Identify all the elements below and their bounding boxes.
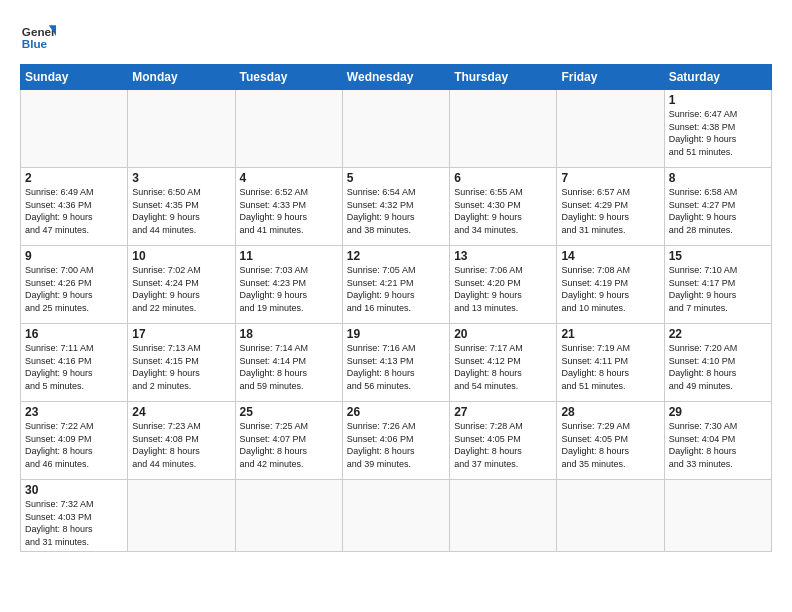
- calendar-week-row: 2Sunrise: 6:49 AM Sunset: 4:36 PM Daylig…: [21, 168, 772, 246]
- calendar-day-cell: [342, 90, 449, 168]
- day-info: Sunrise: 7:11 AM Sunset: 4:16 PM Dayligh…: [25, 342, 123, 392]
- day-info: Sunrise: 6:55 AM Sunset: 4:30 PM Dayligh…: [454, 186, 552, 236]
- day-number: 27: [454, 405, 552, 419]
- calendar-week-row: 30Sunrise: 7:32 AM Sunset: 4:03 PM Dayli…: [21, 480, 772, 552]
- calendar-week-row: 1Sunrise: 6:47 AM Sunset: 4:38 PM Daylig…: [21, 90, 772, 168]
- day-number: 24: [132, 405, 230, 419]
- day-info: Sunrise: 7:32 AM Sunset: 4:03 PM Dayligh…: [25, 498, 123, 548]
- calendar-day-cell: 22Sunrise: 7:20 AM Sunset: 4:10 PM Dayli…: [664, 324, 771, 402]
- day-info: Sunrise: 7:13 AM Sunset: 4:15 PM Dayligh…: [132, 342, 230, 392]
- calendar-day-cell: [128, 90, 235, 168]
- day-number: 28: [561, 405, 659, 419]
- day-number: 5: [347, 171, 445, 185]
- day-number: 14: [561, 249, 659, 263]
- day-info: Sunrise: 7:23 AM Sunset: 4:08 PM Dayligh…: [132, 420, 230, 470]
- day-number: 12: [347, 249, 445, 263]
- calendar-day-cell: 4Sunrise: 6:52 AM Sunset: 4:33 PM Daylig…: [235, 168, 342, 246]
- day-info: Sunrise: 6:50 AM Sunset: 4:35 PM Dayligh…: [132, 186, 230, 236]
- day-info: Sunrise: 7:08 AM Sunset: 4:19 PM Dayligh…: [561, 264, 659, 314]
- day-info: Sunrise: 7:28 AM Sunset: 4:05 PM Dayligh…: [454, 420, 552, 470]
- calendar-day-cell: 28Sunrise: 7:29 AM Sunset: 4:05 PM Dayli…: [557, 402, 664, 480]
- calendar-day-cell: 11Sunrise: 7:03 AM Sunset: 4:23 PM Dayli…: [235, 246, 342, 324]
- calendar-day-cell: 12Sunrise: 7:05 AM Sunset: 4:21 PM Dayli…: [342, 246, 449, 324]
- day-number: 8: [669, 171, 767, 185]
- logo: General Blue: [20, 18, 56, 54]
- calendar-day-cell: 7Sunrise: 6:57 AM Sunset: 4:29 PM Daylig…: [557, 168, 664, 246]
- calendar-day-cell: 15Sunrise: 7:10 AM Sunset: 4:17 PM Dayli…: [664, 246, 771, 324]
- calendar-header-row: SundayMondayTuesdayWednesdayThursdayFrid…: [21, 65, 772, 90]
- calendar-day-cell: 3Sunrise: 6:50 AM Sunset: 4:35 PM Daylig…: [128, 168, 235, 246]
- calendar-day-cell: [450, 90, 557, 168]
- calendar-day-cell: 29Sunrise: 7:30 AM Sunset: 4:04 PM Dayli…: [664, 402, 771, 480]
- calendar-day-cell: [342, 480, 449, 552]
- day-info: Sunrise: 7:25 AM Sunset: 4:07 PM Dayligh…: [240, 420, 338, 470]
- calendar-day-cell: 26Sunrise: 7:26 AM Sunset: 4:06 PM Dayli…: [342, 402, 449, 480]
- calendar-header-friday: Friday: [557, 65, 664, 90]
- generalblue-logo-icon: General Blue: [20, 18, 56, 54]
- calendar-day-cell: 27Sunrise: 7:28 AM Sunset: 4:05 PM Dayli…: [450, 402, 557, 480]
- day-info: Sunrise: 6:47 AM Sunset: 4:38 PM Dayligh…: [669, 108, 767, 158]
- day-number: 3: [132, 171, 230, 185]
- day-info: Sunrise: 7:02 AM Sunset: 4:24 PM Dayligh…: [132, 264, 230, 314]
- day-info: Sunrise: 7:22 AM Sunset: 4:09 PM Dayligh…: [25, 420, 123, 470]
- calendar-day-cell: 5Sunrise: 6:54 AM Sunset: 4:32 PM Daylig…: [342, 168, 449, 246]
- calendar-day-cell: 30Sunrise: 7:32 AM Sunset: 4:03 PM Dayli…: [21, 480, 128, 552]
- calendar-day-cell: 24Sunrise: 7:23 AM Sunset: 4:08 PM Dayli…: [128, 402, 235, 480]
- calendar-header-monday: Monday: [128, 65, 235, 90]
- day-info: Sunrise: 7:29 AM Sunset: 4:05 PM Dayligh…: [561, 420, 659, 470]
- calendar-day-cell: 10Sunrise: 7:02 AM Sunset: 4:24 PM Dayli…: [128, 246, 235, 324]
- calendar-week-row: 16Sunrise: 7:11 AM Sunset: 4:16 PM Dayli…: [21, 324, 772, 402]
- day-info: Sunrise: 7:16 AM Sunset: 4:13 PM Dayligh…: [347, 342, 445, 392]
- day-number: 15: [669, 249, 767, 263]
- calendar-day-cell: 23Sunrise: 7:22 AM Sunset: 4:09 PM Dayli…: [21, 402, 128, 480]
- calendar-day-cell: [235, 90, 342, 168]
- day-number: 26: [347, 405, 445, 419]
- page: General Blue SundayMondayTuesdayWednesda…: [0, 0, 792, 562]
- calendar-day-cell: 19Sunrise: 7:16 AM Sunset: 4:13 PM Dayli…: [342, 324, 449, 402]
- calendar-day-cell: [557, 480, 664, 552]
- day-info: Sunrise: 6:57 AM Sunset: 4:29 PM Dayligh…: [561, 186, 659, 236]
- day-info: Sunrise: 6:49 AM Sunset: 4:36 PM Dayligh…: [25, 186, 123, 236]
- day-info: Sunrise: 7:30 AM Sunset: 4:04 PM Dayligh…: [669, 420, 767, 470]
- day-info: Sunrise: 6:54 AM Sunset: 4:32 PM Dayligh…: [347, 186, 445, 236]
- day-info: Sunrise: 7:20 AM Sunset: 4:10 PM Dayligh…: [669, 342, 767, 392]
- calendar-day-cell: 14Sunrise: 7:08 AM Sunset: 4:19 PM Dayli…: [557, 246, 664, 324]
- calendar-day-cell: [664, 480, 771, 552]
- day-number: 7: [561, 171, 659, 185]
- calendar-day-cell: 1Sunrise: 6:47 AM Sunset: 4:38 PM Daylig…: [664, 90, 771, 168]
- day-number: 9: [25, 249, 123, 263]
- day-number: 16: [25, 327, 123, 341]
- calendar-day-cell: 18Sunrise: 7:14 AM Sunset: 4:14 PM Dayli…: [235, 324, 342, 402]
- calendar-day-cell: 16Sunrise: 7:11 AM Sunset: 4:16 PM Dayli…: [21, 324, 128, 402]
- day-number: 4: [240, 171, 338, 185]
- calendar-day-cell: 9Sunrise: 7:00 AM Sunset: 4:26 PM Daylig…: [21, 246, 128, 324]
- day-number: 18: [240, 327, 338, 341]
- calendar-day-cell: 17Sunrise: 7:13 AM Sunset: 4:15 PM Dayli…: [128, 324, 235, 402]
- header: General Blue: [20, 18, 772, 54]
- calendar-day-cell: 8Sunrise: 6:58 AM Sunset: 4:27 PM Daylig…: [664, 168, 771, 246]
- day-number: 23: [25, 405, 123, 419]
- day-number: 17: [132, 327, 230, 341]
- calendar-day-cell: 2Sunrise: 6:49 AM Sunset: 4:36 PM Daylig…: [21, 168, 128, 246]
- day-number: 30: [25, 483, 123, 497]
- day-info: Sunrise: 7:05 AM Sunset: 4:21 PM Dayligh…: [347, 264, 445, 314]
- day-number: 22: [669, 327, 767, 341]
- day-number: 19: [347, 327, 445, 341]
- calendar-week-row: 9Sunrise: 7:00 AM Sunset: 4:26 PM Daylig…: [21, 246, 772, 324]
- day-info: Sunrise: 6:58 AM Sunset: 4:27 PM Dayligh…: [669, 186, 767, 236]
- calendar-header-sunday: Sunday: [21, 65, 128, 90]
- calendar-header-wednesday: Wednesday: [342, 65, 449, 90]
- day-info: Sunrise: 7:03 AM Sunset: 4:23 PM Dayligh…: [240, 264, 338, 314]
- day-number: 25: [240, 405, 338, 419]
- calendar-day-cell: [21, 90, 128, 168]
- calendar-day-cell: 21Sunrise: 7:19 AM Sunset: 4:11 PM Dayli…: [557, 324, 664, 402]
- day-info: Sunrise: 7:14 AM Sunset: 4:14 PM Dayligh…: [240, 342, 338, 392]
- day-info: Sunrise: 7:19 AM Sunset: 4:11 PM Dayligh…: [561, 342, 659, 392]
- day-number: 21: [561, 327, 659, 341]
- calendar-day-cell: [450, 480, 557, 552]
- calendar-header-thursday: Thursday: [450, 65, 557, 90]
- calendar-day-cell: [128, 480, 235, 552]
- calendar-day-cell: 25Sunrise: 7:25 AM Sunset: 4:07 PM Dayli…: [235, 402, 342, 480]
- calendar-header-tuesday: Tuesday: [235, 65, 342, 90]
- day-number: 13: [454, 249, 552, 263]
